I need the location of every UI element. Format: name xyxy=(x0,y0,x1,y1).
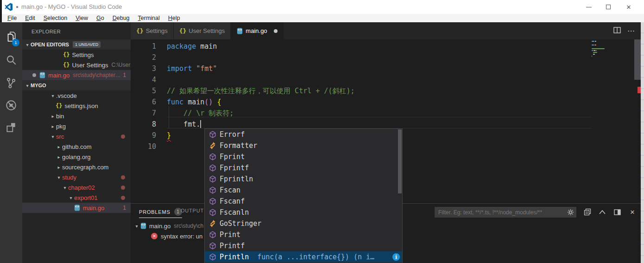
open-editor-settings[interactable]: {} Settings xyxy=(22,50,131,60)
chevron-right-icon: ▸ xyxy=(50,114,56,119)
collapse-all-button[interactable] xyxy=(583,207,592,217)
dirty-dot-icon xyxy=(32,73,36,77)
menu-bar: FileEditSelectionViewGoDebugTerminalHelp xyxy=(2,14,644,22)
menu-view[interactable]: View xyxy=(71,14,92,22)
tree-item-src[interactable]: ▾src xyxy=(22,131,131,141)
problems-filter-box xyxy=(435,207,576,218)
tab-output[interactable]: OUTPUT xyxy=(181,208,204,213)
maximize-panel-button[interactable] xyxy=(598,207,607,217)
menu-selection[interactable]: Selection xyxy=(39,14,71,22)
tree-item-pkg[interactable]: ▸pkg xyxy=(22,121,131,131)
suggestion-fscan[interactable]: Fscan xyxy=(205,185,402,196)
function-icon xyxy=(208,164,216,172)
panel-layout-button[interactable] xyxy=(612,207,622,217)
tab-problems[interactable]: PROBLEMS 1 xyxy=(139,208,182,218)
search-icon xyxy=(5,54,17,66)
chevron-down-icon: ▾ xyxy=(68,195,74,200)
more-actions-button[interactable]: ⋯ xyxy=(627,26,635,35)
tree-item-golang-org[interactable]: ▸golang.org xyxy=(22,152,131,162)
dirty-dot-icon[interactable] xyxy=(274,29,278,33)
function-icon xyxy=(208,175,216,183)
suggestion-errorf[interactable]: Errorf xyxy=(205,129,402,140)
menu-go[interactable]: Go xyxy=(92,14,108,22)
minimap[interactable] xyxy=(592,41,632,69)
open-editors-header[interactable]: ▾ OPEN EDITORS 1 UNSAVED xyxy=(22,39,131,50)
problem-count: 1 xyxy=(123,205,126,211)
tree-item-main-go[interactable]: main.go1 xyxy=(22,203,131,213)
tree-item--vscode[interactable]: ▾.vscode xyxy=(22,90,131,101)
suggestion-fscanf[interactable]: Fscanf xyxy=(205,196,402,207)
code-text: // 如果希望一次性注释多行，可以使用 Ctrl + /(斜杠); xyxy=(167,85,354,96)
tab-user-settings[interactable]: {} User Settings xyxy=(174,22,231,39)
menu-terminal[interactable]: Terminal xyxy=(134,14,164,22)
file-path: src\study\chapter… xyxy=(73,72,120,78)
open-editor-user-settings[interactable]: {} User Settings C:\Users\yang9\… xyxy=(22,60,131,70)
modified-dot xyxy=(121,135,125,139)
suggestion-fprintln[interactable]: Fprintln xyxy=(205,173,402,185)
tab-main-go[interactable]: main.go xyxy=(231,22,283,39)
maximize-button[interactable] xyxy=(600,0,616,14)
tab-settings[interactable]: {} Settings xyxy=(131,22,174,39)
menu-help[interactable]: Help xyxy=(164,14,184,22)
chevron-down-icon: ▾ xyxy=(24,83,31,88)
current-line-highlight xyxy=(167,117,592,128)
tree-item-export01[interactable]: ▾export01 xyxy=(22,192,131,203)
suggestion-formatter[interactable]: Formatter xyxy=(205,140,402,151)
suggestion-printf[interactable]: Printf xyxy=(205,240,402,251)
split-editor-button[interactable] xyxy=(613,27,621,35)
tree-item-study[interactable]: ▾study xyxy=(22,172,131,182)
popup-scrollbar[interactable] xyxy=(398,129,402,193)
overview-error-mark xyxy=(638,87,641,93)
editor-tab-bar: {} Settings {} User Settings main.go ⋯ xyxy=(131,22,641,39)
error-icon: ✕ xyxy=(151,233,158,239)
activity-explorer-button[interactable]: 1 xyxy=(0,26,22,47)
vscode-logo-icon xyxy=(5,3,13,13)
scrollbar-thumb[interactable] xyxy=(634,39,641,80)
suggestion-println[interactable]: Printlnfunc(a ...interface{}) (n i…i xyxy=(205,251,402,263)
close-window-button[interactable]: ✕ xyxy=(621,0,637,14)
activity-debug-button[interactable] xyxy=(0,95,22,116)
close-panel-button[interactable]: ✕ xyxy=(628,207,637,217)
minimap-mark xyxy=(592,56,592,57)
maximize-icon xyxy=(606,5,611,9)
tree-item-label: export01 xyxy=(74,194,98,201)
tree-item-label: settings.json xyxy=(64,103,98,109)
tree-item-label: golang.org xyxy=(62,154,90,160)
menu-debug[interactable]: Debug xyxy=(108,14,134,22)
problems-filter-input[interactable] xyxy=(435,209,562,216)
tree-item-sourcegraph-com[interactable]: ▸sourcegraph.com xyxy=(22,162,131,172)
editor-scrollbar[interactable] xyxy=(634,39,641,203)
modified-dot xyxy=(121,196,125,200)
chevron-right-icon: ▸ xyxy=(50,124,56,129)
activity-source-control-button[interactable] xyxy=(0,72,22,94)
window-edge xyxy=(0,0,2,22)
suggestion-fprintf[interactable]: Fprintf xyxy=(205,162,402,173)
open-editor-main-go[interactable]: main.go src\study\chapter… 1 xyxy=(22,70,131,80)
file-path: src\study\ch xyxy=(174,223,203,229)
suggestion-gostringer[interactable]: GoStringer xyxy=(205,218,402,229)
menu-file[interactable]: File xyxy=(3,14,21,22)
tree-item-label: main.go xyxy=(83,205,104,212)
minimize-button[interactable] xyxy=(581,0,597,14)
suggestion-fprint[interactable]: Fprint xyxy=(205,151,402,162)
suggestion-fscanln[interactable]: Fscanln xyxy=(205,207,402,218)
json-icon: {} xyxy=(63,62,69,68)
tree-item-github-com[interactable]: ▸github.com xyxy=(22,141,131,152)
project-root-header[interactable]: ▾ MYGO xyxy=(22,80,131,90)
chevron-down-icon: ▾ xyxy=(56,175,62,180)
info-icon[interactable]: i xyxy=(392,253,400,261)
activity-search-button[interactable] xyxy=(0,49,22,71)
suggestion-label: Fprintf xyxy=(220,162,249,173)
suggestion-label: GoStringer xyxy=(220,218,261,229)
line-number: 8 xyxy=(131,119,167,130)
activity-extensions-button[interactable] xyxy=(0,117,22,138)
suggestion-label: Fscanf xyxy=(220,196,245,207)
chevron-down-icon: ▾ xyxy=(62,185,68,190)
activity-bar: 1 xyxy=(0,22,22,263)
tree-item-settings-json[interactable]: {}settings.json xyxy=(22,101,131,111)
tree-item-bin[interactable]: ▸bin xyxy=(22,111,131,121)
menu-edit[interactable]: Edit xyxy=(21,14,39,22)
tree-item-chapter02[interactable]: ▾chapter02 xyxy=(22,182,131,192)
suggestion-print[interactable]: Print xyxy=(205,229,402,240)
filter-gear-icon[interactable] xyxy=(567,209,574,218)
